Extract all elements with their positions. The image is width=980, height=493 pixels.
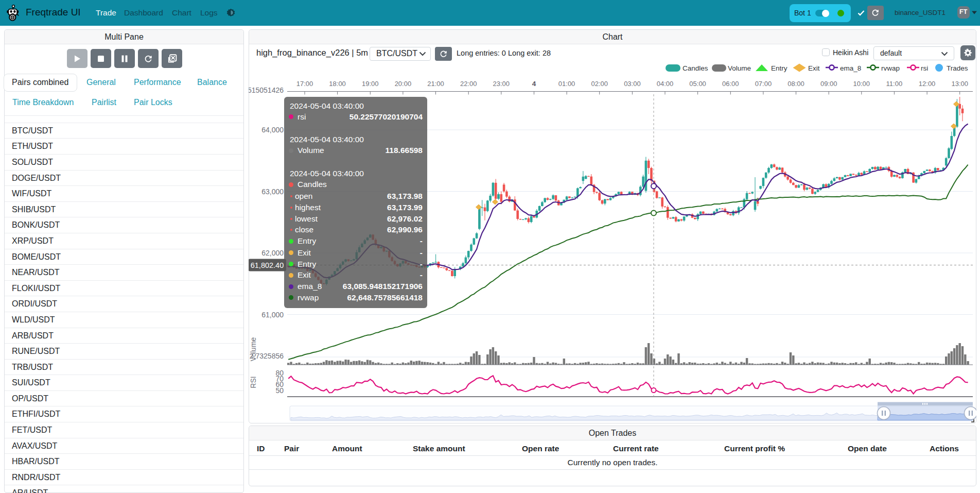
svg-text:08:00: 08:00 [787,80,804,88]
svg-text:11:00: 11:00 [886,80,903,88]
svg-text:03:00: 03:00 [624,80,641,88]
svg-text:RSI: RSI [249,376,257,388]
svg-text:06:00: 06:00 [722,80,739,88]
svg-text:23:00: 23:00 [493,80,510,88]
svg-text:61,802.40: 61,802.40 [251,261,284,269]
svg-text:62,000: 62,000 [261,249,284,257]
svg-text:19:00: 19:00 [362,80,379,88]
svg-text:20:00: 20:00 [395,80,412,88]
svg-text:07:00: 07:00 [755,80,772,88]
svg-text:18:00: 18:00 [329,80,346,88]
svg-text:4: 4 [532,80,536,88]
svg-text:22:00: 22:00 [460,80,477,88]
svg-text:12:00: 12:00 [919,80,936,88]
svg-text:64,000: 64,000 [261,126,284,134]
svg-text:17:00: 17:00 [296,80,313,88]
svg-text:63,000: 63,000 [261,188,284,196]
svg-text:Volume: Volume [249,337,257,361]
svg-text:09:00: 09:00 [820,80,837,88]
svg-text:04:00: 04:00 [657,80,674,88]
svg-text:21:00: 21:00 [427,80,444,88]
svg-text:50: 50 [275,386,284,395]
svg-text:05:00: 05:00 [689,80,706,88]
svg-text:13:00: 13:00 [951,80,968,88]
svg-text:515051426: 515051426 [249,86,284,94]
svg-text:10:00: 10:00 [853,80,870,88]
svg-text:02:00: 02:00 [591,80,608,88]
svg-text:01:00: 01:00 [558,80,575,88]
svg-text:61,000: 61,000 [261,311,284,319]
